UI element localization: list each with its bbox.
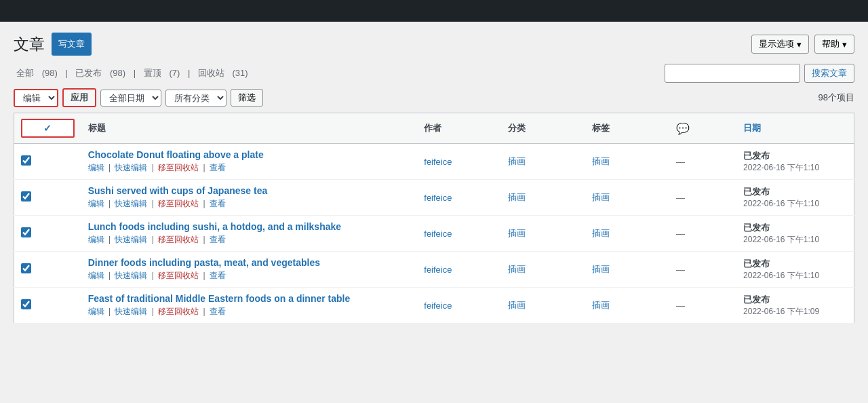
row-date-cell: 已发布2022-06-16 下午1:10	[736, 216, 854, 252]
action-移至回收站-1[interactable]: 移至回收站	[158, 163, 199, 172]
action-快速编辑-4[interactable]: 快速编辑	[115, 271, 147, 280]
action-移至回收站-2[interactable]: 移至回收站	[158, 199, 199, 208]
post-title-link-2[interactable]: Sushi served with cups of Japanese tea	[88, 185, 268, 196]
date-sort-link[interactable]: 日期	[743, 123, 761, 133]
post-title-link-1[interactable]: Chocolate Donut floating above a plate	[88, 149, 264, 160]
toolbar: 编辑 应用 全部日期 所有分类 筛选 98个项目	[14, 88, 854, 107]
action-查看-2[interactable]: 查看	[210, 199, 226, 208]
action-separator: |	[201, 199, 208, 208]
category-link-1[interactable]: 插画	[508, 156, 526, 166]
posts-table: ✓ 标题 作者 分类 标签 💬	[14, 113, 854, 324]
action-编辑-2[interactable]: 编辑	[88, 199, 104, 208]
help-label: 帮助	[822, 38, 840, 50]
action-separator: |	[106, 235, 113, 244]
comment-bubble-icon: 💬	[676, 123, 690, 134]
action-移至回收站-5[interactable]: 移至回收站	[158, 307, 199, 316]
row-date-cell: 已发布2022-06-16 下午1:10	[736, 144, 854, 180]
row-comments-cell: —	[669, 144, 736, 180]
action-编辑-5[interactable]: 编辑	[88, 307, 104, 316]
search-button[interactable]: 搜索文章	[804, 64, 854, 83]
date-value: 2022-06-16 下午1:10	[743, 234, 847, 246]
row-checkbox-4[interactable]	[21, 263, 31, 273]
row-tags-cell: 插画	[585, 144, 669, 180]
row-tags-cell: 插画	[585, 288, 669, 324]
action-编辑-3[interactable]: 编辑	[88, 235, 104, 244]
tag-link-2[interactable]: 插画	[592, 192, 610, 202]
action-移至回收站-4[interactable]: 移至回收站	[158, 271, 199, 280]
author-link-1[interactable]: feifeice	[424, 157, 452, 167]
help-button[interactable]: 帮助 ▾	[814, 35, 854, 54]
action-快速编辑-1[interactable]: 快速编辑	[115, 163, 147, 172]
filter-published[interactable]: 已发布 (98)	[73, 68, 130, 78]
row-checkbox-3[interactable]	[21, 227, 31, 237]
bulk-action-select[interactable]: 编辑	[14, 89, 58, 107]
tag-link-1[interactable]: 插画	[592, 156, 610, 166]
row-author-cell: feifeice	[417, 216, 501, 252]
apply-button[interactable]: 应用	[62, 88, 96, 107]
row-title-cell: Dinner foods including pasta, meat, and …	[81, 252, 418, 288]
action-separator: |	[201, 307, 208, 316]
page-title: 文章	[14, 34, 45, 55]
write-article-button[interactable]: 写文章	[52, 33, 92, 56]
category-filter-select[interactable]: 所有分类	[165, 90, 226, 107]
tag-link-3[interactable]: 插画	[592, 228, 610, 238]
header-category: 分类	[501, 113, 585, 144]
row-category-cell: 插画	[501, 180, 585, 216]
row-category-cell: 插画	[501, 288, 585, 324]
toolbar-left: 编辑 应用 全部日期 所有分类 筛选	[14, 88, 263, 107]
category-link-3[interactable]: 插画	[508, 228, 526, 238]
row-actions-2: 编辑 | 快速编辑 | 移至回收站 | 查看	[88, 198, 411, 210]
action-查看-1[interactable]: 查看	[210, 163, 226, 172]
filter-sticky[interactable]: 置顶 (7)	[141, 68, 185, 78]
row-checkbox-2[interactable]	[21, 191, 31, 202]
date-filter-select[interactable]: 全部日期	[100, 90, 161, 107]
table-row: Lunch foods including sushi, a hotdog, a…	[14, 216, 854, 252]
post-title-link-5[interactable]: Feast of traditional Middle Eastern food…	[88, 293, 351, 304]
post-title-link-4[interactable]: Dinner foods including pasta, meat, and …	[88, 257, 320, 268]
action-separator: |	[149, 199, 156, 208]
row-author-cell: feifeice	[417, 252, 501, 288]
action-separator: |	[106, 307, 113, 316]
row-actions-3: 编辑 | 快速编辑 | 移至回收站 | 查看	[88, 234, 411, 246]
row-comments-cell: —	[669, 252, 736, 288]
action-查看-5[interactable]: 查看	[210, 307, 226, 316]
top-bar	[0, 0, 868, 22]
action-快速编辑-3[interactable]: 快速编辑	[115, 235, 147, 244]
category-link-5[interactable]: 插画	[508, 300, 526, 310]
filter-all[interactable]: 全部 (98)	[14, 68, 62, 78]
post-title-link-3[interactable]: Lunch foods including sushi, a hotdog, a…	[88, 221, 341, 232]
tag-link-4[interactable]: 插画	[592, 264, 610, 274]
action-编辑-1[interactable]: 编辑	[88, 163, 104, 172]
search-input[interactable]	[665, 64, 800, 83]
date-value: 2022-06-16 下午1:09	[743, 306, 847, 318]
row-category-cell: 插画	[501, 144, 585, 180]
row-comments-cell: —	[669, 216, 736, 252]
author-link-5[interactable]: feifeice	[424, 301, 452, 311]
action-查看-4[interactable]: 查看	[210, 271, 226, 280]
action-移至回收站-3[interactable]: 移至回收站	[158, 235, 199, 244]
display-options-button[interactable]: 显示选项 ▾	[751, 35, 809, 54]
author-link-3[interactable]: feifeice	[424, 229, 452, 239]
row-tags-cell: 插画	[585, 252, 669, 288]
author-link-4[interactable]: feifeice	[424, 265, 452, 275]
date-status: 已发布	[743, 186, 847, 198]
author-link-2[interactable]: feifeice	[424, 193, 452, 203]
tag-link-5[interactable]: 插画	[592, 300, 610, 310]
action-快速编辑-5[interactable]: 快速编辑	[115, 307, 147, 316]
row-date-cell: 已发布2022-06-16 下午1:10	[736, 252, 854, 288]
page-header-left: 文章 写文章	[14, 33, 92, 56]
row-checkbox-5[interactable]	[21, 299, 31, 309]
table-header-row: ✓ 标题 作者 分类 标签 💬	[14, 113, 854, 144]
filter-trash[interactable]: 回收站 (31)	[195, 68, 251, 78]
action-编辑-4[interactable]: 编辑	[88, 271, 104, 280]
action-快速编辑-2[interactable]: 快速编辑	[115, 199, 147, 208]
select-all-checkbox[interactable]: ✓	[21, 119, 75, 138]
filter-button[interactable]: 筛选	[231, 89, 263, 107]
category-link-2[interactable]: 插画	[508, 192, 526, 202]
row-checkbox-1[interactable]	[21, 155, 31, 166]
row-author-cell: feifeice	[417, 288, 501, 324]
action-separator: |	[149, 235, 156, 244]
category-link-4[interactable]: 插画	[508, 264, 526, 274]
action-查看-3[interactable]: 查看	[210, 235, 226, 244]
table-row: Feast of traditional Middle Eastern food…	[14, 288, 854, 324]
